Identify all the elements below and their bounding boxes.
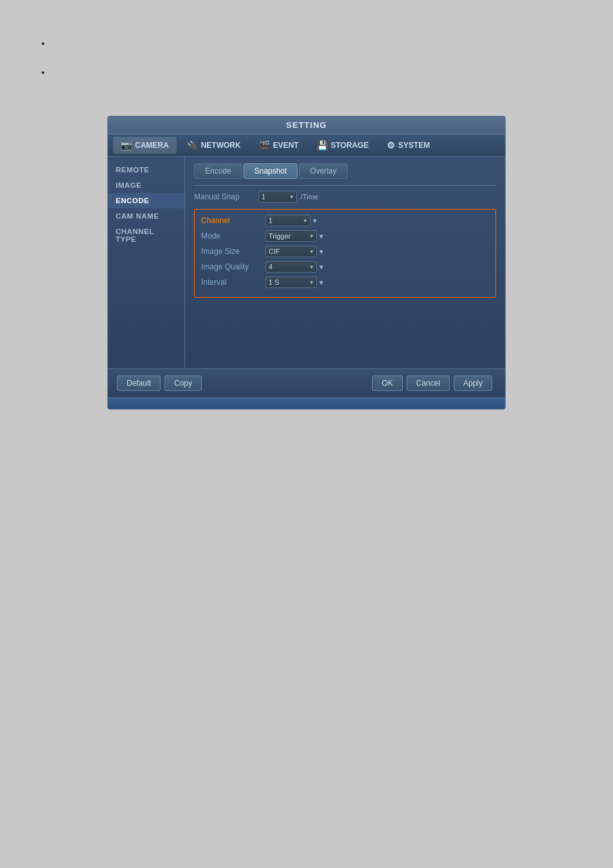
nav-tab-network-label: NETWORK bbox=[201, 141, 241, 150]
network-icon: 🔌 bbox=[187, 140, 198, 150]
sub-tab-snapshot[interactable]: Snapshot bbox=[244, 163, 298, 179]
dialog-footer: Default Copy OK Cancel Apply bbox=[108, 368, 505, 397]
main-panel: Encode Snapshot Overlay Manual Snap /Tim… bbox=[185, 157, 505, 368]
apply-button[interactable]: Apply bbox=[454, 375, 492, 391]
nav-tab-network[interactable]: 🔌 NETWORK bbox=[179, 137, 249, 154]
manual-snap-row: Manual Snap /Time bbox=[194, 191, 496, 203]
channel-row: Channel ▼ bbox=[201, 215, 489, 226]
default-button[interactable]: Default bbox=[117, 375, 161, 391]
image-size-row: Image Size ▼ bbox=[201, 246, 489, 257]
time-label: /Time bbox=[301, 193, 318, 201]
nav-tab-storage-label: STORAGE bbox=[331, 141, 369, 150]
mode-dropdown-arrow[interactable]: ▼ bbox=[318, 233, 324, 240]
sidebar-item-cam-name[interactable]: CAM NAME bbox=[108, 208, 184, 224]
nav-tabs: 📷 CAMERA 🔌 NETWORK 🎬 EVENT 💾 STORAGE ⚙ S… bbox=[108, 134, 505, 157]
system-icon: ⚙ bbox=[387, 140, 395, 150]
image-size-select-wrapper bbox=[265, 246, 317, 257]
channel-select-wrapper bbox=[265, 215, 310, 226]
event-icon: 🎬 bbox=[259, 140, 270, 150]
image-quality-row: Image Quality ▼ bbox=[201, 261, 489, 273]
interval-row: Interval ▼ bbox=[201, 276, 489, 288]
nav-tab-camera[interactable]: 📷 CAMERA bbox=[113, 137, 177, 154]
dialog-title: SETTING bbox=[108, 116, 505, 134]
image-quality-label: Image Quality bbox=[201, 262, 265, 271]
bullet-1 bbox=[51, 39, 562, 48]
sub-tabs: Encode Snapshot Overlay bbox=[194, 163, 496, 179]
sidebar-item-image[interactable]: IMAGE bbox=[108, 177, 184, 193]
sub-tab-overlay[interactable]: Overlay bbox=[299, 163, 347, 179]
form-section: Manual Snap /Time Channel bbox=[194, 185, 496, 362]
manual-snap-label: Manual Snap bbox=[194, 192, 258, 201]
nav-tab-event[interactable]: 🎬 EVENT bbox=[251, 137, 306, 154]
image-size-input[interactable] bbox=[265, 246, 317, 257]
cancel-button[interactable]: Cancel bbox=[407, 375, 450, 391]
sidebar-item-channel-type[interactable]: CHANNEL TYPE bbox=[108, 224, 184, 247]
sidebar-item-remote[interactable]: REMOTE bbox=[108, 162, 184, 177]
interval-label: Interval bbox=[201, 278, 265, 287]
bullets-section bbox=[13, 13, 600, 109]
sidebar-item-encode[interactable]: ENCODE bbox=[108, 193, 184, 208]
channel-box: Channel ▼ Mode ▼ bbox=[194, 209, 496, 298]
storage-icon: 💾 bbox=[317, 140, 328, 150]
settings-dialog: SETTING 📷 CAMERA 🔌 NETWORK 🎬 EVENT 💾 STO… bbox=[107, 116, 506, 410]
channel-label: Channel bbox=[201, 216, 265, 225]
image-size-dropdown-arrow[interactable]: ▼ bbox=[318, 248, 324, 255]
sidebar: REMOTE IMAGE ENCODE CAM NAME CHANNEL TYP… bbox=[108, 157, 185, 368]
camera-icon: 📷 bbox=[121, 140, 132, 150]
mode-input[interactable] bbox=[265, 230, 317, 242]
copy-button[interactable]: Copy bbox=[164, 375, 202, 391]
nav-tab-camera-label: CAMERA bbox=[135, 141, 169, 150]
manual-snap-select-wrapper bbox=[258, 191, 297, 203]
dialog-content: REMOTE IMAGE ENCODE CAM NAME CHANNEL TYP… bbox=[108, 157, 505, 368]
image-quality-select-wrapper bbox=[265, 261, 317, 273]
mode-label: Mode bbox=[201, 231, 265, 240]
nav-tab-system[interactable]: ⚙ SYSTEM bbox=[379, 137, 438, 154]
mode-select-wrapper bbox=[265, 230, 317, 242]
dialog-bottom-bar bbox=[108, 397, 505, 409]
page-background: SETTING 📷 CAMERA 🔌 NETWORK 🎬 EVENT 💾 STO… bbox=[0, 0, 613, 868]
interval-dropdown-arrow[interactable]: ▼ bbox=[318, 279, 324, 286]
nav-tab-storage[interactable]: 💾 STORAGE bbox=[309, 137, 377, 154]
interval-input[interactable] bbox=[265, 276, 317, 288]
bullet-2 bbox=[51, 68, 562, 77]
mode-row: Mode ▼ bbox=[201, 230, 489, 242]
image-size-label: Image Size bbox=[201, 247, 265, 256]
manual-snap-input[interactable] bbox=[258, 191, 297, 203]
spacer bbox=[194, 298, 496, 362]
channel-input[interactable] bbox=[265, 215, 310, 226]
nav-tab-system-label: SYSTEM bbox=[398, 141, 430, 150]
nav-tab-event-label: EVENT bbox=[273, 141, 299, 150]
sub-tab-encode[interactable]: Encode bbox=[194, 163, 242, 179]
image-quality-input[interactable] bbox=[265, 261, 317, 273]
interval-select-wrapper bbox=[265, 276, 317, 288]
channel-dropdown-arrow[interactable]: ▼ bbox=[312, 217, 318, 224]
ok-button[interactable]: OK bbox=[372, 375, 402, 391]
image-quality-dropdown-arrow[interactable]: ▼ bbox=[318, 264, 324, 271]
